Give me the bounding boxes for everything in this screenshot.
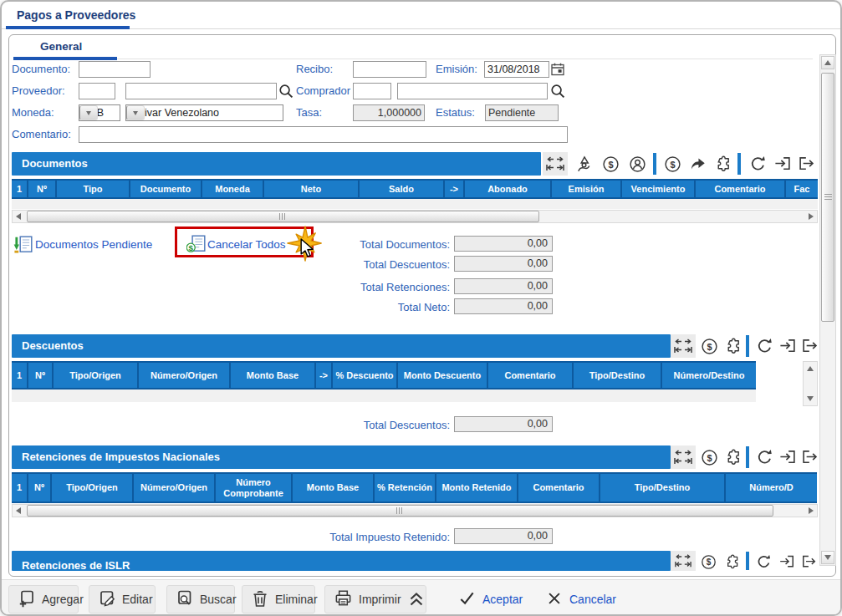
proveedor-label: Proveedor:	[12, 83, 65, 99]
emision-field[interactable]	[484, 61, 549, 78]
import-icon[interactable]	[778, 336, 798, 356]
col-header: Nº	[28, 181, 57, 197]
tab-general[interactable]: General	[40, 40, 82, 53]
cancelar-button[interactable]: Cancelar	[546, 585, 616, 613]
col-header: Monto Base	[231, 363, 316, 388]
plugin-icon[interactable]	[722, 447, 742, 467]
recibo-field[interactable]	[353, 61, 426, 78]
buscar-button[interactable]: Buscar	[166, 585, 235, 613]
imprimir-button[interactable]: Imprimir	[324, 585, 426, 613]
descuentos-grid-header: 1 Nº Tipo/Origen Número/Origen Monto Bas…	[12, 361, 756, 389]
total-descuentos-label: Total Descuentos:	[316, 258, 450, 271]
vscroll-thumb[interactable]	[821, 73, 834, 322]
chevron-down-icon[interactable]	[79, 105, 98, 120]
chevron-up-icon[interactable]	[407, 588, 426, 611]
total-retenciones-label: Total Retenciones:	[316, 281, 450, 293]
col-header: Tipo/Origen	[54, 363, 139, 388]
scroll-left-icon[interactable]	[13, 211, 24, 222]
toolbar-divider	[737, 153, 741, 175]
plugin-icon[interactable]	[722, 553, 741, 570]
scroll-left-icon[interactable]	[13, 505, 24, 517]
chevron-down-icon[interactable]	[126, 105, 145, 120]
total-neto-value: 0,00	[454, 298, 553, 314]
moneda-name-select[interactable]: Bolivar Venezolano	[125, 104, 283, 121]
proveedor-name-field[interactable]	[125, 83, 277, 99]
refresh-icon[interactable]	[754, 336, 774, 356]
user-icon[interactable]	[627, 154, 647, 174]
export-icon[interactable]	[799, 336, 819, 356]
descuentos-total-value: 0,00	[454, 416, 553, 432]
currency-icon[interactable]	[699, 447, 719, 467]
documentos-hscrollbar[interactable]	[12, 210, 818, 223]
documentos-section-header: Documentos	[12, 152, 541, 176]
cancelar-todos-icon[interactable]	[186, 235, 207, 257]
toolbar-divider	[746, 335, 749, 357]
proveedor-code-field[interactable]	[79, 83, 115, 99]
comentario-field[interactable]	[79, 126, 568, 143]
add-document-icon	[18, 589, 36, 610]
comprador-search-icon[interactable]	[550, 84, 565, 102]
scroll-down-icon[interactable]	[821, 551, 834, 564]
comprador-code-field[interactable]	[353, 83, 391, 99]
forward-arrow-icon[interactable]	[687, 154, 707, 174]
fit-columns-icon[interactable]	[671, 334, 696, 358]
comprador-label: Comprador	[296, 83, 350, 99]
export-icon[interactable]	[799, 447, 819, 467]
export-icon[interactable]	[796, 154, 816, 174]
cancelar-todos-link[interactable]: Cancelar Todos	[207, 238, 286, 251]
check-icon	[458, 589, 476, 609]
col-header: Número/Origen	[139, 363, 231, 388]
export-icon[interactable]	[799, 553, 818, 570]
calendar-icon[interactable]	[551, 63, 564, 79]
tasa-field	[353, 104, 425, 121]
scroll-right-icon[interactable]	[805, 505, 817, 517]
trash-icon	[251, 589, 269, 610]
hscroll-thumb[interactable]	[27, 211, 539, 222]
descuentos-section-header: Descuentos	[12, 334, 671, 358]
retenciones-hscrollbar[interactable]	[12, 504, 818, 517]
col-header: Emisión	[552, 181, 622, 197]
col-header: Comentario	[488, 363, 574, 388]
comprador-name-field[interactable]	[397, 83, 548, 99]
toolbar-divider	[746, 552, 749, 570]
panel-vscrollbar[interactable]	[819, 54, 836, 566]
scroll-up-icon[interactable]	[804, 362, 817, 375]
islr-section-header: Retenciones de ISLR	[12, 551, 671, 571]
emision-label: Emisión:	[436, 61, 477, 78]
refresh-icon[interactable]	[754, 447, 774, 467]
plugin-icon[interactable]	[722, 336, 742, 356]
moneda-code-select[interactable]: VEB	[79, 104, 120, 121]
documentos-pendientes-link[interactable]: Documentos Pendiente	[35, 238, 152, 251]
documentos-pendientes-icon[interactable]	[13, 236, 33, 257]
plugin-icon[interactable]	[712, 154, 732, 174]
fit-columns-icon[interactable]	[671, 551, 696, 571]
search-document-icon	[176, 589, 194, 610]
scroll-down-icon[interactable]	[804, 392, 817, 405]
editar-button[interactable]: Editar	[89, 585, 156, 613]
refresh-icon[interactable]	[748, 154, 768, 174]
import-icon[interactable]	[778, 553, 796, 570]
currency-icon[interactable]	[662, 154, 682, 174]
currency-icon[interactable]	[600, 154, 620, 174]
fit-columns-icon[interactable]	[543, 152, 568, 176]
col-header: Neto	[264, 181, 360, 197]
import-icon[interactable]	[778, 447, 798, 467]
hscroll-thumb[interactable]	[27, 505, 773, 517]
scroll-right-icon[interactable]	[805, 211, 817, 222]
agregar-button[interactable]: Agregar	[8, 585, 79, 613]
eliminar-button[interactable]: Eliminar	[242, 585, 315, 613]
scroll-up-icon[interactable]	[821, 56, 834, 69]
wizard-icon[interactable]	[574, 154, 594, 174]
refresh-icon[interactable]	[754, 553, 773, 570]
documento-field[interactable]	[79, 61, 151, 78]
fit-columns-icon[interactable]	[671, 445, 696, 469]
aceptar-button[interactable]: Aceptar	[458, 585, 523, 613]
import-icon[interactable]	[773, 154, 793, 174]
descuentos-vscrollbar[interactable]	[803, 361, 818, 406]
col-header: Abonado	[465, 181, 552, 197]
col-header: Comentario	[696, 181, 786, 197]
currency-icon[interactable]	[699, 336, 719, 356]
currency-icon[interactable]	[699, 553, 717, 570]
proveedor-search-icon[interactable]	[278, 84, 293, 102]
close-icon	[546, 590, 563, 609]
